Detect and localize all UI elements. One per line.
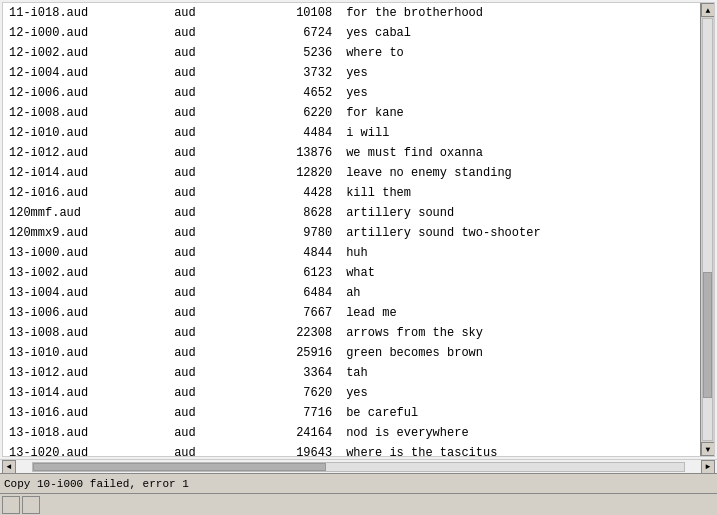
cell-size: 5236 bbox=[241, 43, 341, 63]
cell-filename: 120mmf.aud bbox=[3, 203, 168, 223]
cell-filename: 12-i012.aud bbox=[3, 143, 168, 163]
table-row[interactable]: 13-i020.audaud19643where is the tascitus bbox=[3, 443, 714, 456]
status-message: Copy 10-i000 failed, error 1 bbox=[4, 478, 713, 490]
table-row[interactable]: 120mmx9.audaud9780artillery sound two-sh… bbox=[3, 223, 714, 243]
cell-type: aud bbox=[168, 303, 240, 323]
table-row[interactable]: 12-i014.audaud12820leave no enemy standi… bbox=[3, 163, 714, 183]
table-row[interactable]: 11-i018.audaud10108for the brotherhood bbox=[3, 3, 714, 23]
cell-type: aud bbox=[168, 63, 240, 83]
cell-filename: 12-i014.aud bbox=[3, 163, 168, 183]
cell-text: yes bbox=[340, 383, 714, 403]
table-row[interactable]: 12-i010.audaud4484i will bbox=[3, 123, 714, 143]
cell-text: artillery sound two-shooter bbox=[340, 223, 714, 243]
vertical-scrollbar[interactable]: ▲ ▼ bbox=[700, 3, 714, 456]
cell-text: yes cabal bbox=[340, 23, 714, 43]
table-row[interactable]: 13-i018.audaud24164nod is everywhere bbox=[3, 423, 714, 443]
cell-filename: 13-i008.aud bbox=[3, 323, 168, 343]
cell-filename: 13-i000.aud bbox=[3, 243, 168, 263]
cell-text: we must find oxanna bbox=[340, 143, 714, 163]
cell-filename: 12-i006.aud bbox=[3, 83, 168, 103]
table-row[interactable]: 12-i004.audaud3732yes bbox=[3, 63, 714, 83]
cell-type: aud bbox=[168, 163, 240, 183]
cell-size: 13876 bbox=[241, 143, 341, 163]
cell-filename: 13-i016.aud bbox=[3, 403, 168, 423]
cell-text: i will bbox=[340, 123, 714, 143]
cell-type: aud bbox=[168, 423, 240, 443]
cell-filename: 13-i018.aud bbox=[3, 423, 168, 443]
cell-size: 12820 bbox=[241, 163, 341, 183]
bottom-toolbar bbox=[0, 493, 717, 515]
cell-type: aud bbox=[168, 363, 240, 383]
cell-type: aud bbox=[168, 403, 240, 423]
cell-size: 3732 bbox=[241, 63, 341, 83]
hscroll-track[interactable] bbox=[32, 462, 685, 472]
vscroll-thumb[interactable] bbox=[703, 272, 712, 398]
cell-filename: 11-i018.aud bbox=[3, 3, 168, 23]
main-container: 11-i018.audaud10108for the brotherhood12… bbox=[0, 0, 717, 515]
table-row[interactable]: 13-i012.audaud3364tah bbox=[3, 363, 714, 383]
cell-filename: 12-i002.aud bbox=[3, 43, 168, 63]
cell-size: 6724 bbox=[241, 23, 341, 43]
table-row[interactable]: 13-i006.audaud7667lead me bbox=[3, 303, 714, 323]
cell-type: aud bbox=[168, 343, 240, 363]
cell-filename: 120mmx9.aud bbox=[3, 223, 168, 243]
cell-text: kill them bbox=[340, 183, 714, 203]
cell-text: yes bbox=[340, 83, 714, 103]
table-row[interactable]: 12-i002.audaud5236where to bbox=[3, 43, 714, 63]
scroll-up-button[interactable]: ▲ bbox=[701, 3, 715, 17]
bottom-button-1[interactable] bbox=[2, 496, 20, 514]
bottom-button-2[interactable] bbox=[22, 496, 40, 514]
table-row[interactable]: 13-i010.audaud25916green becomes brown bbox=[3, 343, 714, 363]
cell-type: aud bbox=[168, 203, 240, 223]
scroll-right-button[interactable]: ► bbox=[701, 460, 715, 474]
cell-size: 8628 bbox=[241, 203, 341, 223]
cell-text: what bbox=[340, 263, 714, 283]
table-scroll[interactable]: 11-i018.audaud10108for the brotherhood12… bbox=[3, 3, 714, 456]
cell-text: be careful bbox=[340, 403, 714, 423]
table-row[interactable]: 13-i000.audaud4844huh bbox=[3, 243, 714, 263]
table-row[interactable]: 13-i004.audaud6484ah bbox=[3, 283, 714, 303]
cell-filename: 13-i012.aud bbox=[3, 363, 168, 383]
hscroll-thumb[interactable] bbox=[33, 463, 326, 471]
cell-type: aud bbox=[168, 83, 240, 103]
scroll-down-button[interactable]: ▼ bbox=[701, 442, 715, 456]
table-row[interactable]: 13-i008.audaud22308arrows from the sky bbox=[3, 323, 714, 343]
status-bar: Copy 10-i000 failed, error 1 bbox=[0, 473, 717, 493]
cell-filename: 13-i002.aud bbox=[3, 263, 168, 283]
table-row[interactable]: 13-i016.audaud7716be careful bbox=[3, 403, 714, 423]
table-row[interactable]: 12-i008.audaud6220for kane bbox=[3, 103, 714, 123]
table-row[interactable]: 12-i000.audaud6724yes cabal bbox=[3, 23, 714, 43]
table-row[interactable]: 120mmf.audaud8628artillery sound bbox=[3, 203, 714, 223]
cell-type: aud bbox=[168, 323, 240, 343]
cell-filename: 12-i010.aud bbox=[3, 123, 168, 143]
file-table: 11-i018.audaud10108for the brotherhood12… bbox=[3, 3, 714, 456]
table-row[interactable]: 12-i016.audaud4428kill them bbox=[3, 183, 714, 203]
cell-text: nod is everywhere bbox=[340, 423, 714, 443]
cell-filename: 12-i008.aud bbox=[3, 103, 168, 123]
cell-type: aud bbox=[168, 3, 240, 23]
cell-size: 6220 bbox=[241, 103, 341, 123]
cell-size: 6123 bbox=[241, 263, 341, 283]
cell-type: aud bbox=[168, 43, 240, 63]
scroll-left-button[interactable]: ◄ bbox=[2, 460, 16, 474]
cell-filename: 13-i006.aud bbox=[3, 303, 168, 323]
vscroll-track[interactable] bbox=[702, 18, 713, 441]
cell-text: arrows from the sky bbox=[340, 323, 714, 343]
cell-type: aud bbox=[168, 383, 240, 403]
cell-text: tah bbox=[340, 363, 714, 383]
cell-size: 9780 bbox=[241, 223, 341, 243]
cell-size: 4428 bbox=[241, 183, 341, 203]
cell-filename: 12-i000.aud bbox=[3, 23, 168, 43]
cell-size: 7620 bbox=[241, 383, 341, 403]
table-row[interactable]: 13-i014.audaud7620yes bbox=[3, 383, 714, 403]
cell-text: for kane bbox=[340, 103, 714, 123]
table-wrapper: 11-i018.audaud10108for the brotherhood12… bbox=[2, 2, 715, 457]
cell-type: aud bbox=[168, 443, 240, 456]
cell-size: 6484 bbox=[241, 283, 341, 303]
table-row[interactable]: 13-i002.audaud6123what bbox=[3, 263, 714, 283]
table-row[interactable]: 12-i006.audaud4652yes bbox=[3, 83, 714, 103]
cell-type: aud bbox=[168, 143, 240, 163]
horizontal-scrollbar[interactable]: ◄ ► bbox=[0, 459, 717, 473]
cell-filename: 13-i020.aud bbox=[3, 443, 168, 456]
table-row[interactable]: 12-i012.audaud13876we must find oxanna bbox=[3, 143, 714, 163]
